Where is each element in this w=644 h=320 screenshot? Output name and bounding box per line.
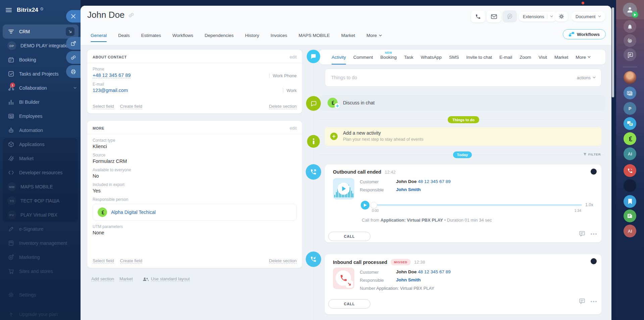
seek-track[interactable] — [373, 204, 582, 206]
select-field-link[interactable]: Select field — [93, 258, 114, 264]
send-email-button[interactable] — [487, 10, 501, 22]
discuss-in-chat-row[interactable]: Discuss in chat — [319, 95, 605, 110]
workflows-button[interactable]: Workflows — [563, 29, 606, 39]
seek-knob[interactable] — [370, 202, 377, 209]
create-field-link[interactable]: Create field — [120, 258, 142, 264]
sidebar-item-market[interactable]: Market — [0, 151, 81, 166]
sidebar-item-automation[interactable]: Automation — [0, 123, 81, 137]
group-chat-dock-icon[interactable] — [624, 117, 636, 130]
notifications-button[interactable] — [624, 20, 636, 33]
edit-more-link[interactable]: edit — [290, 126, 297, 131]
tab-maps-mobile[interactable]: MAPS MOBILE — [299, 33, 330, 42]
pin-toggle[interactable] — [591, 258, 597, 264]
market-link[interactable]: Market — [119, 276, 133, 282]
dock-avatar-ai-teal[interactable]: AI — [624, 147, 636, 160]
close-slider-button[interactable] — [66, 10, 81, 22]
sidebar-item-test-for-pasha[interactable]: ТП ТЕСТ ФОР ПАША — [0, 194, 81, 208]
tab-activity[interactable]: Activity — [332, 50, 346, 64]
sidebar-item-play-virtual-pbx[interactable]: PV PLAY Virtual PBX — [0, 208, 81, 222]
tab-task[interactable]: Task — [404, 50, 413, 64]
actions-dropdown[interactable]: actions — [577, 75, 596, 80]
tab-more[interactable]: More — [366, 33, 382, 42]
tab-sms[interactable]: SMS — [449, 50, 459, 64]
sidebar-item-crm[interactable]: CRM — [3, 25, 79, 39]
tab-workflows[interactable]: Workflows — [172, 33, 193, 42]
call-button[interactable]: CALL — [328, 299, 370, 309]
document-button[interactable]: Document — [571, 11, 605, 21]
add-section-link[interactable]: Add section — [91, 276, 114, 282]
responsible-name-link[interactable]: John Smith — [396, 277, 421, 282]
sidebar-item-e-signature[interactable]: e-Signature — [0, 222, 81, 236]
sidebar-item-inventory-management[interactable]: Inventory management — [0, 236, 81, 250]
call-contact-button[interactable] — [471, 10, 485, 22]
responsible-name-link[interactable]: John Smith — [396, 187, 421, 192]
select-field-link[interactable]: Select field — [93, 104, 114, 109]
hamburger-menu-icon[interactable] — [6, 8, 12, 12]
dock-avatar-ai-red[interactable]: AI — [624, 225, 636, 237]
customer-phone-link[interactable]: 48 12 345 67 89 — [418, 269, 451, 274]
alpha-digital-dock-avatar[interactable] — [624, 132, 636, 145]
print-button[interactable] — [66, 65, 81, 78]
open-chat-button[interactable] — [502, 10, 517, 22]
bookmarks-dock-icon[interactable] — [624, 195, 636, 208]
tab-estimates[interactable]: Estimates — [141, 33, 161, 42]
tab-email[interactable]: E-mail — [499, 50, 512, 64]
dock-avatar-p[interactable]: P — [624, 102, 636, 115]
copy-link-icon[interactable] — [129, 12, 134, 18]
audio-play-button[interactable] — [361, 201, 369, 210]
email-value[interactable]: 123@gmail.com — [93, 88, 128, 93]
phone-value[interactable]: +48 12 345 67 89 — [93, 73, 131, 78]
tab-comment[interactable]: Comment — [353, 50, 373, 64]
sidebar-item-maps-mobile[interactable]: MM MAPS MOBILE — [0, 180, 81, 194]
standard-layout-link[interactable]: Use standard layout — [143, 276, 190, 282]
tab-market[interactable]: Market — [341, 33, 355, 42]
tab-more[interactable]: More — [576, 50, 591, 64]
sidebar-item-developer-resources[interactable]: Developer resources — [0, 166, 81, 180]
profile-avatar[interactable] — [623, 3, 637, 17]
call-record-thumbnail[interactable] — [333, 178, 354, 199]
comment-icon[interactable] — [579, 231, 585, 237]
copilot-button[interactable] — [624, 34, 636, 47]
more-actions-icon[interactable] — [591, 233, 597, 235]
settings-button[interactable] — [555, 11, 568, 21]
tab-general[interactable]: General — [91, 33, 107, 42]
edit-about-link[interactable]: edit — [290, 54, 297, 59]
more-actions-icon[interactable] — [591, 301, 597, 302]
customer-phone-link[interactable]: 48 12 345 67 89 — [418, 179, 451, 184]
open-new-window-button[interactable] — [66, 37, 81, 50]
tab-deals[interactable]: Deals — [118, 33, 130, 42]
open-in-slider-arrow-icon[interactable] — [66, 27, 75, 36]
copy-link-button[interactable] — [66, 51, 81, 64]
sidebar-item-sites-stores[interactable]: Sites and stores — [0, 264, 81, 278]
dimmed-dock-avatar[interactable] — [624, 179, 636, 192]
vertical-scrollbar[interactable] — [612, 7, 614, 97]
delete-section-link[interactable]: Delete section — [269, 258, 297, 264]
tab-zoom[interactable]: Zoom — [519, 50, 531, 64]
sidebar-item-collaboration[interactable]: 1 Collaboration — [0, 81, 81, 95]
extensions-button[interactable]: Extensions — [518, 11, 557, 21]
tab-dependencies[interactable]: Dependencies — [205, 33, 234, 42]
recent-chat-avatar[interactable] — [624, 71, 636, 84]
tab-visit[interactable]: Visit — [539, 50, 547, 64]
sidebar-item-upgrade-plan[interactable]: Upgrade your plan — [0, 307, 81, 320]
delete-section-link[interactable]: Delete section — [269, 104, 297, 109]
news-dock-icon[interactable] — [624, 210, 636, 222]
tab-whatsapp[interactable]: WhatsApp — [421, 50, 442, 64]
sidebar-item-marketing[interactable]: Marketing — [0, 250, 81, 264]
create-field-link[interactable]: Create field — [120, 104, 142, 109]
tab-market[interactable]: Market — [554, 50, 568, 64]
tab-history[interactable]: History — [245, 33, 259, 42]
call-button[interactable]: CALL — [328, 232, 370, 241]
comment-icon[interactable] — [579, 299, 585, 304]
crm-contact-dock-icon[interactable] — [624, 87, 636, 99]
sidebar-item-applications[interactable]: Applications — [0, 137, 81, 151]
sidebar-item-employees[interactable]: Employees — [0, 109, 81, 123]
missed-call-thumbnail[interactable] — [333, 268, 354, 289]
playback-speed[interactable]: 1.0x — [585, 202, 593, 207]
filter-button[interactable]: FILTER — [583, 152, 601, 156]
sidebar-item-settings[interactable]: Settings — [0, 288, 81, 302]
telephony-dock-icon[interactable] — [624, 164, 636, 177]
tab-invite-to-chat[interactable]: Invite to chat — [466, 50, 492, 64]
sidebar-item-bi-builder[interactable]: BI Builder — [0, 95, 81, 109]
todo-input[interactable] — [331, 75, 577, 80]
